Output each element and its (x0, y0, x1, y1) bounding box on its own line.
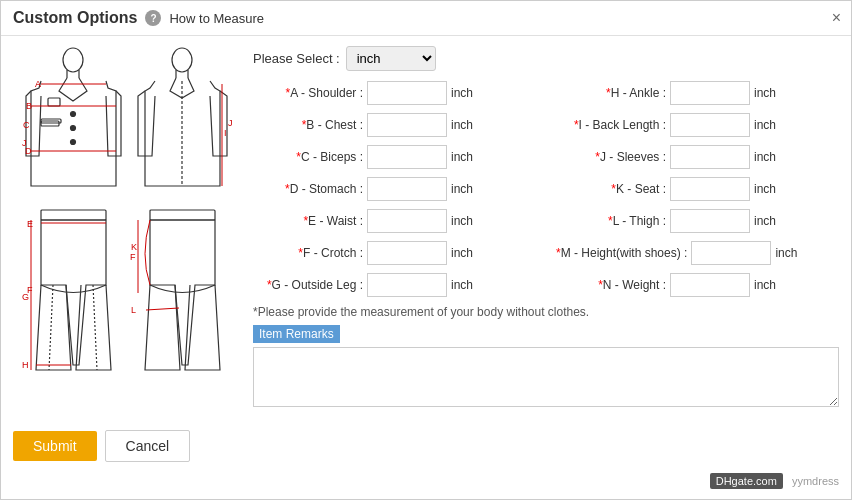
field-l: *L - Thigh : inch (556, 209, 839, 233)
dialog-title: Custom Options (13, 9, 137, 27)
field-b-unit: inch (451, 118, 473, 132)
note-text: *Please provide the measurement of your … (253, 305, 839, 319)
jacket-diagram: A B C D J (21, 46, 126, 201)
field-a: *A - Shoulder : inch (253, 81, 536, 105)
field-j-unit: inch (754, 150, 776, 164)
field-k-label: *K - Seat : (556, 182, 666, 196)
field-j-input[interactable] (670, 145, 750, 169)
svg-text:J: J (22, 138, 27, 148)
field-l-unit: inch (754, 214, 776, 228)
svg-text:J: J (228, 118, 233, 128)
svg-point-5 (71, 140, 76, 145)
field-c-input[interactable] (367, 145, 447, 169)
field-h-label: *H - Ankle : (556, 86, 666, 100)
field-h: *H - Ankle : inch (556, 81, 839, 105)
content-area: A B C D J (1, 36, 851, 420)
svg-text:G: G (22, 292, 29, 302)
field-k: *K - Seat : inch (556, 177, 839, 201)
field-i-input[interactable] (670, 113, 750, 137)
field-d-label: *D - Stomach : (253, 182, 363, 196)
svg-text:E: E (27, 219, 33, 229)
field-j: *J - Sleeves : inch (556, 145, 839, 169)
dialog-header: Custom Options ? How to Measure × (1, 1, 851, 36)
field-f: *F - Crotch : inch (253, 241, 536, 265)
help-icon[interactable]: ? (145, 10, 161, 26)
dialog: Custom Options ? How to Measure × (0, 0, 852, 500)
pants-front-diagram: E F G H (21, 205, 126, 380)
diagram-top: A B C D J (13, 46, 243, 201)
field-l-label: *L - Thigh : (556, 214, 666, 228)
diagram-section: A B C D J (13, 46, 243, 410)
field-h-input[interactable] (670, 81, 750, 105)
field-g-input[interactable] (367, 273, 447, 297)
field-c-label: *C - Biceps : (253, 150, 363, 164)
field-a-unit: inch (451, 86, 473, 100)
select-row: Please Select : inch cm (253, 46, 839, 71)
field-i: *I - Back Length : inch (556, 113, 839, 137)
svg-text:C: C (23, 120, 30, 130)
jacket-side-diagram: I J (130, 46, 235, 201)
svg-text:A: A (35, 79, 41, 89)
svg-rect-24 (41, 210, 106, 220)
field-i-label: *I - Back Length : (556, 118, 666, 132)
field-n-unit: inch (754, 278, 776, 292)
field-e-input[interactable] (367, 209, 447, 233)
field-e-unit: inch (451, 214, 473, 228)
watermark-logo: DHgate.com (710, 473, 783, 489)
watermark: DHgate.com yymdress (710, 475, 839, 487)
field-n: *N - Weight : inch (556, 273, 839, 297)
svg-rect-34 (150, 210, 215, 220)
svg-point-17 (172, 48, 192, 72)
svg-line-35 (146, 308, 179, 310)
field-n-input[interactable] (670, 273, 750, 297)
fields-grid: *A - Shoulder : inch *H - Ankle : inch *… (253, 81, 839, 297)
field-k-unit: inch (754, 182, 776, 196)
field-e-label: *E - Waist : (253, 214, 363, 228)
item-remarks-label: Item Remarks (253, 325, 340, 343)
svg-text:I: I (224, 128, 227, 138)
field-f-label: *F - Crotch : (253, 246, 363, 260)
footer: Submit Cancel (1, 420, 851, 472)
field-m-label: *M - Height(with shoes) : (556, 246, 687, 260)
svg-text:K: K (131, 242, 137, 252)
svg-text:H: H (22, 360, 29, 370)
field-k-input[interactable] (670, 177, 750, 201)
field-h-unit: inch (754, 86, 776, 100)
close-button[interactable]: × (832, 9, 841, 27)
field-f-unit: inch (451, 246, 473, 260)
submit-button[interactable]: Submit (13, 431, 97, 461)
svg-text:B: B (26, 101, 32, 111)
field-m-unit: inch (775, 246, 797, 260)
field-n-label: *N - Weight : (556, 278, 666, 292)
svg-text:L: L (131, 305, 136, 315)
field-b: *B - Chest : inch (253, 113, 536, 137)
cancel-button[interactable]: Cancel (105, 430, 191, 462)
remarks-textarea[interactable] (253, 347, 839, 407)
svg-text:F: F (130, 252, 136, 262)
unit-select[interactable]: inch cm (346, 46, 436, 71)
field-g-label: *G - Outside Leg : (253, 278, 363, 292)
svg-line-25 (49, 285, 53, 370)
field-j-label: *J - Sleeves : (556, 150, 666, 164)
field-d-input[interactable] (367, 177, 447, 201)
svg-point-0 (63, 48, 83, 72)
how-to-measure-link[interactable]: How to Measure (169, 11, 264, 26)
field-g-unit: inch (451, 278, 473, 292)
field-m: *M - Height(with shoes) : inch (556, 241, 839, 265)
field-b-label: *B - Chest : (253, 118, 363, 132)
svg-point-4 (71, 126, 76, 131)
field-l-input[interactable] (670, 209, 750, 233)
field-f-input[interactable] (367, 241, 447, 265)
svg-rect-8 (48, 98, 60, 106)
watermark-seller: yymdress (792, 475, 839, 487)
field-a-input[interactable] (367, 81, 447, 105)
field-c: *C - Biceps : inch (253, 145, 536, 169)
svg-point-3 (71, 112, 76, 117)
form-section: Please Select : inch cm *A - Shoulder : … (253, 46, 839, 410)
field-m-input[interactable] (691, 241, 771, 265)
field-b-input[interactable] (367, 113, 447, 137)
diagram-bottom: E F G H (13, 205, 243, 380)
field-a-label: *A - Shoulder : (253, 86, 363, 100)
svg-line-26 (93, 285, 97, 370)
field-c-unit: inch (451, 150, 473, 164)
